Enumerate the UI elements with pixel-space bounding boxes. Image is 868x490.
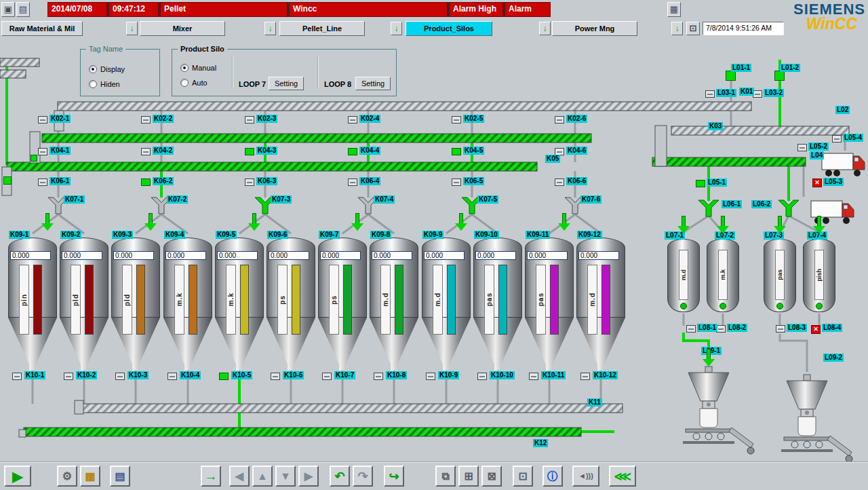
toolbar-run-button[interactable]: ▶ xyxy=(4,466,31,487)
loop7-label: LOOP 7 xyxy=(239,80,266,88)
toolbar-report-button[interactable]: ▤ xyxy=(110,466,130,487)
product-silo-k09-1: 0.000pin xyxy=(8,238,57,373)
toolbar-alarm-log-button[interactable]: ▦ xyxy=(80,466,100,487)
screen-jump-button[interactable]: ↓ xyxy=(539,22,551,35)
tag-label-k10-7: K10-7 xyxy=(334,371,355,379)
day-bin-l07-3: pas xyxy=(764,239,796,319)
screen-jump-button[interactable]: ↓ xyxy=(391,22,402,35)
day-bin-l07-2: m.k xyxy=(707,239,739,319)
silo-product-label: m.d xyxy=(587,265,597,335)
toolbar-display-button[interactable]: ⊡ xyxy=(513,466,533,487)
tag-label-l08-4: L08-4 xyxy=(822,324,842,332)
nav-tab-raw-material-mil[interactable]: Raw Material & Mil xyxy=(1,21,83,36)
toolbar-back-button[interactable]: ◀ xyxy=(229,466,250,487)
down-arrow-icon: ↓ xyxy=(269,24,273,33)
silo-level-bar xyxy=(85,265,94,335)
silo-product-label: pas xyxy=(536,265,546,335)
tag-label-k06-5: K06-5 xyxy=(463,177,484,185)
toolbar-tile-windows-button[interactable]: ⊞ xyxy=(458,466,479,487)
tag-label-k10-1: K10-1 xyxy=(24,371,45,379)
nav-tab-mixer[interactable]: Mixer xyxy=(140,21,225,36)
silo-level-bar xyxy=(498,265,507,335)
run-indicator xyxy=(680,303,687,309)
silo-shell xyxy=(318,238,367,318)
silo-cone xyxy=(111,318,160,371)
screen-jump-button[interactable]: ↓ xyxy=(671,22,683,35)
device-box-blocked: ✕ xyxy=(811,325,821,334)
tag-label-k09-1: K09-1 xyxy=(9,231,30,239)
radio-hiden[interactable]: Hiden xyxy=(89,79,120,89)
tag-label-l05-2: L05-2 xyxy=(808,143,829,151)
tag-label-k10-11: K10-11 xyxy=(541,371,566,379)
toolbar-info-button[interactable]: ⓘ xyxy=(542,466,563,487)
silo-level-bar xyxy=(292,265,300,335)
silo-level-bar xyxy=(240,265,249,335)
product-silo-k09-9: 0.000m.d xyxy=(422,238,471,373)
loop7-setting-button[interactable]: Setting xyxy=(269,77,304,90)
silo-shell xyxy=(422,238,471,318)
tag-label-k02-5: K02-5 xyxy=(463,115,484,123)
tag-label-k09-12: K09-12 xyxy=(577,231,602,239)
tag-label-l03-2: L03-2 xyxy=(764,89,784,97)
report-page-icon[interactable]: ▤ xyxy=(16,2,30,17)
tag-label-k09-11: K09-11 xyxy=(526,231,550,239)
toolbar-screen-select-button[interactable]: → xyxy=(201,466,221,487)
toolbar-sound-button[interactable]: ◄))) xyxy=(572,466,599,487)
silo-level-bar xyxy=(189,265,197,335)
silo-product-label: m.d xyxy=(380,265,391,335)
radio-auto[interactable]: Auto xyxy=(180,78,208,88)
title-bar: 2014/07/0809:47:12PelletWinccAlarm HighA… xyxy=(0,0,868,19)
silo-shell xyxy=(215,238,264,318)
tag-label-k04-4: K04-4 xyxy=(359,147,380,155)
loop8-setting-button[interactable]: Setting xyxy=(355,77,391,90)
screen-jump-button[interactable]: ↓ xyxy=(264,22,276,35)
tag-label-k06-3: K06-3 xyxy=(256,177,277,185)
radio-label: Hiden xyxy=(100,80,120,88)
silo-cone xyxy=(267,318,315,371)
tag-label-l06-2: L06-2 xyxy=(751,200,772,208)
product-silo-k09-8: 0.000m.d xyxy=(370,238,418,373)
tag-label-l08-2: L08-2 xyxy=(727,324,747,332)
down-arrow-icon: ↓ xyxy=(130,24,134,33)
brand-logo: SIEMENS WinCC xyxy=(770,1,865,33)
info-icon: ⓘ xyxy=(547,471,558,482)
toolbar-forward-button[interactable]: ▶ xyxy=(298,466,319,487)
toolbar-cascade-windows-button[interactable]: ⧉ xyxy=(435,466,456,487)
divider xyxy=(317,56,318,89)
nav-tab-power-mng[interactable]: Power Mng xyxy=(552,21,637,36)
toolbar-close-window-button[interactable]: ⊠ xyxy=(481,466,502,487)
alarm-log-icon[interactable]: ▦ xyxy=(667,2,681,17)
silo-level-bar xyxy=(395,265,403,335)
toolbar-tools-button[interactable]: ⚙ xyxy=(57,466,77,487)
device-box-idle xyxy=(167,373,177,380)
tag-label-k02-1: K02-1 xyxy=(50,115,71,123)
radio-display[interactable]: Display xyxy=(89,64,125,74)
radio-manual[interactable]: Manual xyxy=(180,63,216,73)
silo-cone xyxy=(215,318,264,371)
silo-shell xyxy=(576,238,625,318)
monitor-icon: ⊡ xyxy=(518,471,527,482)
device-box-idle xyxy=(555,178,564,186)
toolbar-accelerate-button[interactable]: ⋘ xyxy=(609,466,636,487)
toolbar-up-button[interactable]: ▲ xyxy=(252,466,273,487)
device-box-idle xyxy=(38,116,47,124)
toolbar-redo-button[interactable]: ↷ xyxy=(353,466,373,487)
screen-jump-button[interactable]: ↓ xyxy=(126,22,138,35)
wincc-runtime-screen: K01K03K05K11K12K02-1K02-2K02-3K02-4K02-5… xyxy=(0,0,868,490)
silo-product-label: m.k xyxy=(174,265,184,335)
alarm-field: Alarm High xyxy=(449,2,503,17)
toolbar-undo-button[interactable]: ↶ xyxy=(330,466,350,487)
device-box-active xyxy=(141,178,151,186)
tag-label-k06-2: K06-2 xyxy=(153,177,174,185)
toolbar-down-button[interactable]: ▼ xyxy=(275,466,296,487)
toolbar-login-button[interactable]: ↪ xyxy=(384,466,404,487)
nav-tab-pellet-line[interactable]: Pellet_Line xyxy=(279,21,365,36)
tag-label-k10-2: K10-2 xyxy=(76,371,97,379)
tag-label-k04-5: K04-5 xyxy=(463,147,484,155)
nav-tab-product-silos[interactable]: Product_Silos xyxy=(406,21,492,36)
screens-icon[interactable]: ▣ xyxy=(1,2,15,17)
silo-weight-value: 0.000 xyxy=(10,251,51,260)
silo-shell xyxy=(111,238,160,318)
tag-label-k03: K03 xyxy=(708,122,723,130)
screen-preview-button[interactable]: ⊡ xyxy=(686,22,700,35)
